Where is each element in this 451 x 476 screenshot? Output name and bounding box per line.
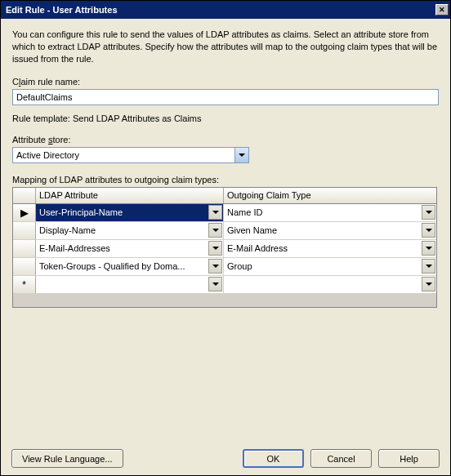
rule-template-text: Rule template: Send LDAP Attributes as C… [12, 113, 439, 123]
attribute-store-value: Active Directory [13, 150, 234, 160]
ldap-attribute-cell[interactable]: User-Principal-Name [36, 204, 224, 221]
ldap-attribute-cell[interactable]: Display-Name [36, 222, 224, 239]
chevron-down-icon[interactable] [422, 223, 435, 238]
mapping-grid: LDAP Attribute Outgoing Claim Type ▶User… [12, 187, 437, 308]
chevron-down-icon[interactable] [234, 148, 248, 162]
row-marker: ▶ [13, 204, 36, 221]
attribute-store-select[interactable]: Active Directory [12, 147, 249, 163]
outgoing-claim-cell[interactable]: Name ID [224, 204, 436, 221]
mapping-label: Mapping of LDAP attributes to outgoing c… [12, 175, 439, 185]
row-marker [13, 258, 36, 275]
chevron-down-icon[interactable] [208, 223, 222, 238]
outgoing-claim-cell[interactable]: E-Mail Address [224, 240, 436, 257]
cancel-button[interactable]: Cancel [310, 449, 372, 468]
claim-rule-name-input[interactable] [12, 89, 439, 105]
outgoing-claim-value: Group [224, 261, 422, 271]
outgoing-claim-cell[interactable]: Group [224, 258, 436, 275]
ldap-attribute-value: E-Mail-Addresses [36, 243, 208, 253]
chevron-down-icon[interactable] [208, 205, 222, 220]
grid-header-ldap: LDAP Attribute [36, 188, 224, 203]
row-marker [13, 240, 36, 257]
table-row: Token-Groups - Qualified by Doma...Group [13, 258, 436, 276]
ldap-attribute-value: Token-Groups - Qualified by Doma... [36, 261, 208, 271]
chevron-down-icon[interactable] [422, 241, 435, 256]
table-row: Display-NameGiven Name [13, 222, 436, 240]
table-row: * [13, 276, 436, 294]
table-row: E-Mail-AddressesE-Mail Address [13, 240, 436, 258]
ldap-attribute-value: User-Principal-Name [36, 207, 208, 217]
outgoing-claim-cell[interactable] [224, 276, 436, 293]
outgoing-claim-value: Given Name [224, 225, 422, 235]
table-row: ▶User-Principal-NameName ID [13, 204, 436, 222]
close-icon[interactable]: ✕ [435, 4, 449, 16]
outgoing-claim-value: Name ID [224, 207, 422, 217]
chevron-down-icon[interactable] [208, 241, 222, 256]
ldap-attribute-cell[interactable] [36, 276, 224, 293]
attribute-store-label: Attribute store: [12, 135, 439, 145]
intro-text: You can configure this rule to send the … [12, 29, 439, 65]
window-title: Edit Rule - User Attributes [6, 5, 435, 15]
chevron-down-icon[interactable] [208, 259, 222, 274]
grid-header: LDAP Attribute Outgoing Claim Type [13, 188, 436, 204]
claim-rule-name-label: Claim rule name: [12, 77, 439, 87]
ok-button[interactable]: OK [243, 449, 304, 468]
ldap-attribute-cell[interactable]: Token-Groups - Qualified by Doma... [36, 258, 224, 275]
outgoing-claim-value: E-Mail Address [224, 243, 422, 253]
row-marker: * [13, 276, 36, 293]
chevron-down-icon[interactable] [208, 277, 222, 291]
grid-header-rowselector [13, 188, 36, 203]
help-button[interactable]: Help [378, 449, 440, 468]
ldap-attribute-cell[interactable]: E-Mail-Addresses [36, 240, 224, 257]
ldap-attribute-value: Display-Name [36, 225, 208, 235]
row-marker [13, 222, 36, 239]
grid-header-claim: Outgoing Claim Type [224, 188, 436, 203]
outgoing-claim-cell[interactable]: Given Name [224, 222, 436, 239]
chevron-down-icon[interactable] [422, 205, 435, 220]
chevron-down-icon[interactable] [422, 259, 435, 274]
grid-footer [13, 294, 436, 307]
titlebar: Edit Rule - User Attributes ✕ [1, 1, 450, 19]
view-rule-language-button[interactable]: View Rule Language... [11, 449, 123, 468]
chevron-down-icon[interactable] [422, 277, 435, 291]
